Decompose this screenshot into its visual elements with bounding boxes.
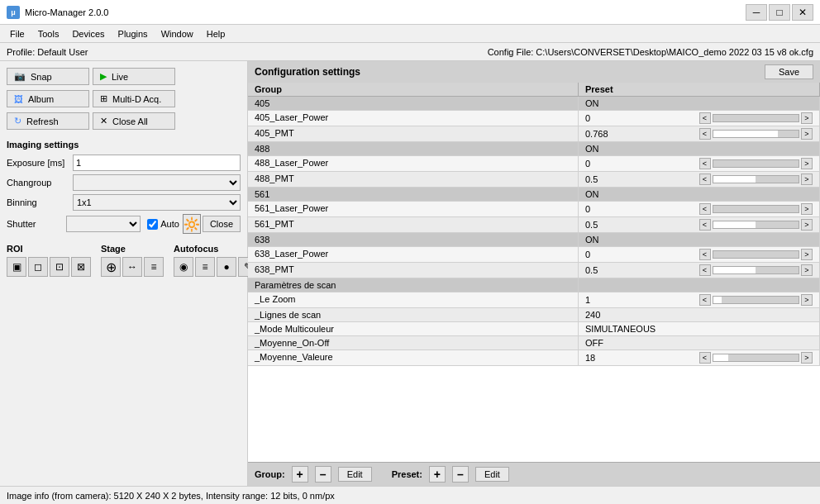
slider-right-arrow[interactable]: > [801, 294, 813, 306]
roi-full-button[interactable]: ▣ [7, 257, 26, 277]
slider-right-arrow[interactable]: > [801, 128, 813, 140]
auto-label: Auto [160, 219, 179, 229]
af-dot-button[interactable]: ● [217, 257, 236, 277]
menu-item-help[interactable]: Help [200, 27, 232, 40]
refresh-button[interactable]: ↻ Refresh [7, 112, 89, 130]
close-button[interactable]: ✕ [792, 4, 813, 21]
slider-bar[interactable] [713, 114, 800, 122]
edit-group-button[interactable]: Edit [338, 467, 372, 482]
slider-right-arrow[interactable]: > [801, 158, 813, 169]
slider-right-arrow[interactable]: > [801, 352, 813, 364]
slider-cell: <> [699, 128, 813, 140]
table-row[interactable]: 561_Laser_Power0<> [248, 202, 820, 217]
snap-button[interactable]: 📷 Snap [7, 68, 89, 85]
slider-cell: <> [699, 203, 813, 215]
slider-right-arrow[interactable]: > [801, 112, 813, 124]
stage-section: Stage ⊕ ↔ ≡ [101, 244, 164, 277]
menu-item-plugins[interactable]: Plugins [112, 27, 155, 40]
slider-bar[interactable] [713, 205, 800, 213]
table-row[interactable]: 405_Laser_Power0<> [248, 111, 820, 126]
slider-left-arrow[interactable]: < [699, 294, 711, 306]
maximize-button[interactable]: □ [769, 4, 790, 21]
preset-value: 0 [585, 113, 699, 123]
stage-list-button[interactable]: ≡ [144, 257, 164, 277]
stage-move-button[interactable]: ⊕ [101, 257, 121, 277]
binning-label: Binning [7, 197, 73, 207]
slider-bar[interactable] [713, 266, 800, 274]
menu-item-file[interactable]: File [3, 27, 31, 40]
table-row[interactable]: 488ON [248, 142, 820, 156]
slider-right-arrow[interactable]: > [801, 249, 813, 260]
menu-item-window[interactable]: Window [155, 27, 200, 40]
slider-bar[interactable] [713, 354, 800, 362]
preset-cell [579, 278, 820, 292]
table-row[interactable]: _Le Zoom1<> [248, 292, 820, 308]
menu-item-devices[interactable]: Devices [65, 27, 111, 40]
binning-select[interactable]: 1x1 2x2 4x4 [73, 194, 241, 211]
slider-bar[interactable] [713, 130, 800, 138]
roi-center-button[interactable]: ⊡ [50, 257, 69, 277]
album-button[interactable]: 🖼 Album [7, 90, 89, 107]
table-row[interactable]: 405ON [248, 97, 820, 111]
add-preset-button[interactable]: + [429, 466, 446, 483]
slider-right-arrow[interactable]: > [801, 264, 813, 276]
exposure-row: Exposure [ms] [7, 155, 241, 171]
remove-group-button[interactable]: – [315, 466, 331, 483]
slider-right-arrow[interactable]: > [801, 203, 813, 215]
save-button[interactable]: Save [765, 64, 813, 79]
bottom-controls: Group: + – Edit Preset: + – Edit [248, 462, 820, 486]
slider-left-arrow[interactable]: < [699, 158, 711, 169]
table-row[interactable]: 638_PMT0.5<> [248, 263, 820, 278]
group-cell: 561_Laser_Power [248, 202, 579, 216]
slider-left-arrow[interactable]: < [699, 219, 711, 231]
group-cell: 405 [248, 97, 579, 110]
slider-left-arrow[interactable]: < [699, 112, 711, 124]
slider-bar[interactable] [713, 175, 800, 183]
slider-left-arrow[interactable]: < [699, 249, 711, 260]
af-list-button[interactable]: ≡ [195, 257, 215, 277]
edit-preset-button[interactable]: Edit [475, 467, 509, 482]
slider-left-arrow[interactable]: < [699, 128, 711, 140]
exposure-input[interactable] [73, 155, 241, 171]
changroup-select[interactable] [73, 174, 241, 191]
slider-bar[interactable] [713, 221, 800, 229]
table-row[interactable]: _Moyenne_Valeure18<> [248, 350, 820, 366]
shutter-select[interactable] [66, 216, 141, 232]
preset-cell: ON [579, 142, 820, 155]
slider-right-arrow[interactable]: > [801, 174, 813, 185]
table-row[interactable]: 638_Laser_Power0<> [248, 247, 820, 263]
table-row[interactable]: Paramètres de scan [248, 278, 820, 292]
slider-bar[interactable] [713, 159, 800, 168]
slider-right-arrow[interactable]: > [801, 219, 813, 231]
table-row[interactable]: _Mode MulticouleurSIMULTANEOUS [248, 322, 820, 336]
slider-left-arrow[interactable]: < [699, 264, 711, 276]
remove-preset-button[interactable]: – [452, 466, 469, 483]
table-row[interactable]: 638ON [248, 233, 820, 247]
close-all-button[interactable]: ✕ Close All [93, 112, 175, 130]
shutter-icon-btn[interactable]: 🔆 [183, 214, 201, 234]
add-group-button[interactable]: + [292, 466, 308, 483]
roi-select-button[interactable]: ◻ [28, 257, 48, 277]
slider-bar[interactable] [713, 296, 800, 304]
af-eye-button[interactable]: ◉ [174, 257, 193, 277]
auto-checkbox[interactable] [147, 219, 158, 230]
table-row[interactable]: 488_Laser_Power0<> [248, 156, 820, 172]
slider-bar[interactable] [713, 250, 800, 259]
table-row[interactable]: 405_PMT0.768<> [248, 126, 820, 142]
table-row[interactable]: _Lignes de scan240 [248, 308, 820, 322]
stage-config-button[interactable]: ↔ [122, 257, 142, 277]
minimize-button[interactable]: ─ [746, 4, 767, 21]
table-row[interactable]: _Moyenne_On-OffOFF [248, 336, 820, 350]
roi-custom-button[interactable]: ⊠ [71, 257, 91, 277]
close-shutter-button[interactable]: Close [203, 216, 241, 232]
menu-item-tools[interactable]: Tools [31, 27, 66, 40]
table-row[interactable]: 561_PMT0.5<> [248, 217, 820, 233]
multid-button[interactable]: ⊞ Multi-D Acq. [93, 90, 175, 107]
live-button[interactable]: ▶ Live [93, 68, 175, 85]
preset-cell: 0<> [579, 111, 820, 126]
table-row[interactable]: 561ON [248, 188, 820, 202]
slider-left-arrow[interactable]: < [699, 352, 711, 364]
slider-left-arrow[interactable]: < [699, 203, 711, 215]
table-row[interactable]: 488_PMT0.5<> [248, 172, 820, 188]
slider-left-arrow[interactable]: < [699, 174, 711, 185]
